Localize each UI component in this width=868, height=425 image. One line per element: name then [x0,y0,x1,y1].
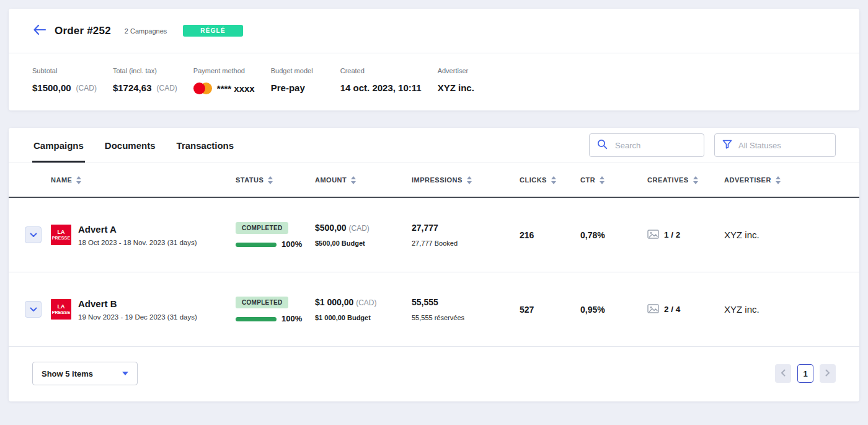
tab-bar: Campaigns Documents Transactions [32,128,235,163]
page-title: Order #252 [55,25,111,37]
status-badge: COMPLETED [236,297,288,308]
toolbar: Campaigns Documents Transactions [9,128,859,163]
campaign-impressions-note: 55,555 réservées [412,314,520,321]
chevron-down-icon [30,230,37,239]
campaign-count: 2 Campagnes [125,27,167,35]
campaign-impressions-note: 27,777 Booked [412,239,520,247]
order-header: Order #252 2 Campagnes RÉGLÉ [9,9,859,53]
table-row: LA PRESSE Advert A 18 Oct 2023 - 18 Nov.… [9,198,859,272]
subtotal-value: $1500,00 [32,83,71,93]
summary-total: Total (incl. tax) $1724,63 (CAD) [113,67,177,94]
campaign-creatives: 1 / 2 [664,230,680,239]
prev-page-button[interactable] [775,364,791,383]
table-header-row: NAME STATUS AMOUNT IMPRESSIONS CLICKS CT… [9,163,859,198]
sort-icon [76,176,81,184]
page-number-button[interactable]: 1 [797,364,813,383]
campaign-name: Advert A [78,224,197,235]
status-filter-value: All Statuses [738,141,781,150]
total-currency: (CAD) [156,84,177,92]
mastercard-icon [193,83,212,94]
search-input[interactable] [614,140,696,151]
payment-method-label: Payment method [193,67,255,74]
campaign-amount: $1 000,00 [315,297,353,307]
summary-advertiser: Advertiser XYZ inc. [438,67,491,94]
summary-subtotal: Subtotal $1500,00 (CAD) [32,67,97,94]
campaign-name: Advert B [78,298,197,309]
created-value: 14 oct. 2023, 10:11 [340,83,422,93]
chevron-down-icon [30,305,37,314]
status-badge: COMPLETED [236,222,288,234]
summary-budget-model: Budget model Pre-pay [271,67,324,94]
tab-documents[interactable]: Documents [104,128,157,163]
column-header-status[interactable]: STATUS [236,176,315,184]
campaign-dates: 18 Oct 2023 - 18 Nov. 2023 (31 days) [78,239,197,246]
column-header-creatives[interactable]: CREATIVES [647,176,724,184]
column-header-amount[interactable]: AMOUNT [315,176,412,184]
back-button[interactable] [31,22,48,40]
created-label: Created [340,67,422,74]
campaign-budget: $1 000,00 Budget [315,314,412,321]
column-header-clicks[interactable]: CLICKS [520,176,580,184]
campaigns-card: Campaigns Documents Transactions [9,128,859,401]
pagination: 1 [775,364,836,383]
advertiser-value: XYZ inc. [438,83,474,93]
table-row: LA PRESSE Advert B 19 Nov 2023 - 19 Dec … [9,272,859,347]
campaign-impressions: 27,777 [412,223,520,233]
campaign-amount-currency: (CAD) [349,224,370,233]
order-summary-bar: Subtotal $1500,00 (CAD) Total (incl. tax… [9,53,859,110]
progress-bar [236,317,277,321]
expand-row-button[interactable] [25,226,42,243]
total-value: $1724,63 [113,83,152,93]
sort-icon [467,176,472,184]
campaign-ctr: 0,78% [580,230,647,240]
table-footer: Show 5 items 1 [9,347,859,401]
campaign-amount: $500,00 [315,223,347,233]
column-header-ctr[interactable]: CTR [580,176,647,184]
sort-icon [600,176,604,184]
progress-bar [236,243,277,247]
column-header-name[interactable]: NAME [51,176,236,184]
search-box [589,133,704,157]
subtotal-currency: (CAD) [76,84,97,92]
campaign-clicks: 527 [520,305,580,315]
campaign-advertiser: XYZ inc. [724,230,859,240]
campaign-budget: $500,00 Budget [315,239,412,247]
next-page-button[interactable] [820,364,836,383]
expand-row-button[interactable] [25,301,42,318]
summary-created: Created 14 oct. 2023, 10:11 [340,67,422,94]
sort-icon [351,176,356,184]
campaign-clicks: 216 [520,230,580,240]
sort-icon [776,176,781,184]
campaign-dates: 19 Nov 2023 - 19 Dec 2023 (31 days) [78,313,197,321]
campaign-impressions: 55,555 [412,297,520,307]
status-filter-dropdown[interactable]: All Statuses [714,133,836,157]
items-per-page-select[interactable]: Show 5 items [32,362,138,385]
campaign-amount-currency: (CAD) [356,298,376,307]
progress-percent: 100% [281,314,302,323]
tab-transactions[interactable]: Transactions [175,128,236,163]
chevron-right-icon [825,369,830,378]
filter-icon [722,140,732,151]
campaign-ctr: 0,95% [580,305,647,315]
budget-model-value: Pre-pay [271,83,305,93]
total-label: Total (incl. tax) [113,67,177,74]
order-status-badge: RÉGLÉ [183,25,242,37]
payment-method-value: **** xxxx [217,83,255,94]
column-header-advertiser[interactable]: ADVERTISER [724,176,859,184]
search-icon [597,139,608,152]
order-header-card: Order #252 2 Campagnes RÉGLÉ Subtotal $1… [9,9,859,110]
page: Order #252 2 Campagnes RÉGLÉ Subtotal $1… [0,0,868,410]
image-icon [647,304,659,315]
budget-model-label: Budget model [271,67,324,74]
tab-campaigns[interactable]: Campaigns [32,128,85,163]
column-header-impressions[interactable]: IMPRESSIONS [412,176,520,184]
items-per-page-value: Show 5 items [42,369,93,378]
campaign-logo: LA PRESSE [51,225,71,245]
image-icon [647,230,659,241]
campaign-creatives: 2 / 4 [664,305,680,314]
summary-payment-method: Payment method **** xxxx [193,67,255,94]
campaign-advertiser: XYZ inc. [724,304,859,315]
caret-down-icon [122,372,128,375]
sort-icon [268,176,273,184]
sort-icon [551,176,556,184]
